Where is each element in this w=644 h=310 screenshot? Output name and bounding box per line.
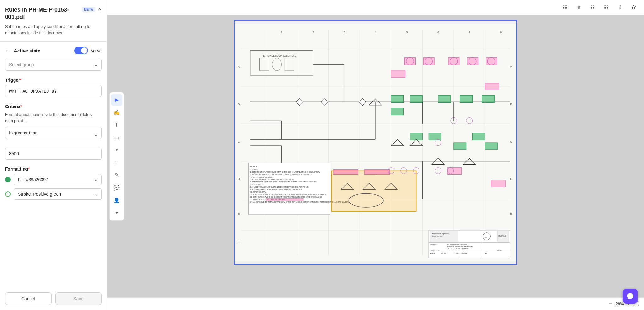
svg-text:A: A: [510, 65, 512, 68]
svg-text:F: F: [238, 240, 240, 243]
filter-icon[interactable]: ☷: [560, 3, 570, 13]
panel-title: Rules in PH-ME-P-0153-001.pdf: [5, 6, 79, 20]
cursor-tool[interactable]: ▶: [111, 94, 122, 106]
svg-text:A: A: [238, 65, 240, 68]
svg-text:E: E: [510, 212, 512, 215]
toggle-label: Active: [91, 48, 102, 53]
svg-text:Wood Group Engineering: Wood Group Engineering: [432, 233, 449, 235]
svg-text:9. ALL INSTRUMENTS SUPPLIED WI: 9. ALL INSTRUMENTS SUPPLIED WITH DUAL TR…: [250, 189, 302, 190]
svg-text:6: 6: [437, 31, 439, 34]
stroke-row: Stroke: Positive green ⌄: [5, 188, 102, 200]
right-area: ☷ ⇧ ☷ ☷ ⇩ 🗑 ▶ ✍ T ▭ ✦ □ ✎ 💬 👤 ✦ PH-ME-P-…: [107, 0, 644, 310]
rectangle-tool[interactable]: ▭: [111, 132, 122, 143]
cancel-button[interactable]: Cancel: [5, 292, 52, 305]
user-tool[interactable]: 👤: [111, 195, 122, 206]
upload-icon[interactable]: ⇧: [574, 3, 584, 13]
crop-tool[interactable]: □: [111, 157, 122, 168]
select-group-dropdown[interactable]: Select group: [5, 59, 102, 71]
divider: [0, 41, 107, 42]
side-toolbar: ▶ ✍ T ▭ ✦ □ ✎ 💬 👤 ✦: [109, 92, 124, 221]
criteria-label: Criteria*: [5, 104, 102, 109]
toggle-container: Active: [74, 47, 102, 54]
svg-rect-44: [448, 57, 459, 65]
svg-text:4. ALL PIPE IN SKID TO START: 4. ALL PIPE IN SKID TO START: [250, 177, 273, 178]
svg-rect-60: [447, 168, 462, 175]
svg-text:PH ME P 0153 001: PH ME P 0153 001: [454, 253, 467, 254]
svg-rect-53: [410, 133, 423, 140]
svg-rect-59: [485, 83, 499, 90]
trash-icon[interactable]: 🗑: [629, 3, 639, 13]
svg-text:143-02: 143-02: [430, 253, 435, 254]
text-tool[interactable]: T: [111, 119, 122, 131]
comment-tool[interactable]: 💬: [111, 182, 122, 193]
svg-text:E: E: [238, 212, 240, 215]
svg-rect-55: [454, 143, 466, 150]
svg-text:VALHALL: VALHALL: [430, 244, 437, 246]
beta-badge: BETA: [82, 7, 95, 12]
active-toggle[interactable]: [74, 47, 88, 54]
svg-text:D: D: [510, 177, 512, 181]
pdf-viewer: ▶ ✍ T ▭ ✦ □ ✎ 💬 👤 ✦ PH-ME-P-0153-001.pdf: [107, 15, 644, 297]
panel-header: Rules in PH-ME-P-0153-001.pdf BETA ×: [5, 6, 102, 20]
svg-text:5: 5: [406, 31, 408, 34]
svg-text:10. REFER GENERAL: 10. REFER GENERAL: [250, 191, 266, 193]
svg-text:MUSTANG: MUSTANG: [498, 235, 506, 237]
zoom-out-button[interactable]: −: [609, 301, 613, 307]
fill-dropdown[interactable]: Fill: #39a26397: [14, 174, 102, 185]
panel-description: Set up rules and apply conditional forma…: [5, 24, 102, 36]
filter2-icon[interactable]: ☷: [587, 3, 597, 13]
criteria-value-input[interactable]: [5, 148, 102, 160]
chat-fab-button[interactable]: [623, 289, 638, 304]
download-icon[interactable]: ⇩: [615, 3, 625, 13]
fill-color-dot: [5, 177, 11, 182]
svg-rect-48: [410, 96, 423, 103]
svg-text:(North Sea) Ltd.: (North Sea) Ltd.: [432, 236, 443, 237]
svg-text:3. STRAINERS TO BE CLOSE AS PO: 3. STRAINERS TO BE CLOSE AS POSSIBLE TO …: [250, 174, 312, 176]
stroke-dropdown[interactable]: Stroke: Positive green: [14, 188, 102, 200]
connector-tool[interactable]: ✦: [111, 144, 122, 156]
svg-text:7. INSTRUMENTS: 7. INSTRUMENTS: [250, 184, 264, 185]
svg-text:5. ALL PIPE IN SKID TO BE CLEA: 5. ALL PIPE IN SKID TO BE CLEAN BEFORE I…: [250, 179, 294, 180]
svg-text:1ST STAGE COMPRESSOR SKU: 1ST STAGE COMPRESSOR SKU: [263, 55, 296, 57]
criteria-operator-wrapper: Is greater than Is less than Is equal to…: [5, 127, 102, 142]
svg-rect-45: [467, 57, 478, 65]
svg-rect-94: [266, 198, 303, 201]
trigger-input[interactable]: [5, 85, 102, 97]
svg-text:NONE: NONE: [497, 250, 502, 252]
criteria-description: Format annotations inside this document …: [5, 111, 102, 124]
top-toolbar: ☷ ⇧ ☷ ☷ ⇩ 🗑: [107, 0, 644, 15]
svg-rect-42: [405, 57, 416, 65]
svg-text:PIPING & INSTRUMENT DIAGRAM: PIPING & INSTRUMENT DIAGRAM: [447, 246, 473, 248]
svg-text:2. CONDITIONING PLACE PROVIDE : 2. CONDITIONING PLACE PROVIDE STRAIGHT R…: [250, 171, 320, 173]
svg-text:B: B: [510, 102, 512, 106]
back-button[interactable]: ←: [5, 47, 11, 54]
svg-text:1ST STAGE COMPRESSOR: 1ST STAGE COMPRESSOR: [447, 248, 468, 250]
close-button[interactable]: ×: [98, 6, 102, 12]
svg-text:8: 8: [500, 31, 502, 34]
share-tool[interactable]: ✦: [111, 207, 122, 219]
rules-panel: Rules in PH-ME-P-0153-001.pdf BETA × Set…: [0, 0, 107, 310]
pdf-container: PH-ME-P-0153-001.pdf: [234, 20, 517, 265]
svg-rect-46: [486, 57, 497, 65]
svg-text:2.3  XB: 2.3 XB: [441, 253, 446, 254]
svg-text:12. BOTH VALVES HAVE TO BE CLO: 12. BOTH VALVES HAVE TO BE CLOSED AT THE…: [250, 196, 322, 198]
table-icon[interactable]: ☷: [601, 3, 611, 13]
svg-rect-57: [485, 143, 497, 150]
pen-tool[interactable]: ✎: [111, 170, 122, 181]
svg-text:1. PUMPS: 1. PUMPS: [250, 169, 258, 171]
stroke-color-dot: [5, 191, 11, 197]
svg-text:4: 4: [375, 31, 376, 34]
criteria-operator-dropdown[interactable]: Is greater than Is less than Is equal to: [5, 127, 102, 139]
svg-text:PROJECT NO.: PROJECT NO.: [430, 250, 441, 252]
active-state-label: Active state: [14, 48, 71, 53]
svg-text:3: 3: [343, 31, 345, 34]
svg-rect-50: [460, 96, 473, 103]
hand-tool[interactable]: ✍: [111, 107, 122, 118]
zoom-level: 28%: [615, 302, 624, 306]
pdf-content: A B C D E F A B C D E 1 2 3 4 5: [235, 21, 516, 264]
svg-rect-52: [391, 108, 404, 115]
svg-text:RE-DEVELOPMENT PROJECT: RE-DEVELOPMENT PROJECT: [447, 244, 470, 246]
svg-rect-47: [391, 96, 404, 103]
svg-rect-101: [364, 170, 390, 175]
save-button[interactable]: Save: [55, 292, 102, 305]
